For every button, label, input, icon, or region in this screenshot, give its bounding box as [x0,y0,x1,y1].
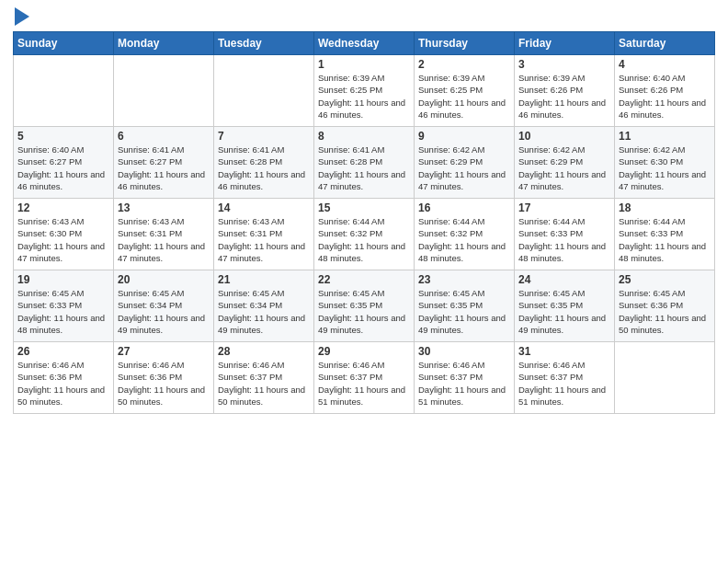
calendar-cell: 28Sunrise: 6:46 AM Sunset: 6:37 PM Dayli… [214,342,314,414]
day-info: Sunrise: 6:45 AM Sunset: 6:35 PM Dayligh… [318,287,410,336]
day-info: Sunrise: 6:43 AM Sunset: 6:30 PM Dayligh… [17,215,109,264]
day-info: Sunrise: 6:45 AM Sunset: 6:35 PM Dayligh… [518,287,610,336]
day-info: Sunrise: 6:42 AM Sunset: 6:30 PM Dayligh… [619,144,711,192]
day-number: 26 [17,345,109,358]
day-info: Sunrise: 6:45 AM Sunset: 6:36 PM Dayligh… [619,287,711,336]
day-info: Sunrise: 6:44 AM Sunset: 6:32 PM Dayligh… [418,215,510,264]
day-info: Sunrise: 6:40 AM Sunset: 6:26 PM Dayligh… [619,72,711,121]
day-info: Sunrise: 6:39 AM Sunset: 6:25 PM Dayligh… [318,72,410,121]
calendar-cell: 22Sunrise: 6:45 AM Sunset: 6:35 PM Dayli… [314,270,415,342]
calendar-day-header: Wednesday [314,32,415,55]
calendar-cell: 3Sunrise: 6:39 AM Sunset: 6:26 PM Daylig… [515,55,615,127]
calendar-cell: 6Sunrise: 6:41 AM Sunset: 6:27 PM Daylig… [114,127,214,199]
calendar-cell: 18Sunrise: 6:44 AM Sunset: 6:33 PM Dayli… [615,199,715,270]
day-number: 4 [619,58,711,71]
day-number: 15 [318,201,410,214]
calendar-cell: 15Sunrise: 6:44 AM Sunset: 6:32 PM Dayli… [314,199,415,270]
day-number: 11 [619,130,711,143]
day-info: Sunrise: 6:41 AM Sunset: 6:27 PM Dayligh… [118,144,210,192]
day-info: Sunrise: 6:42 AM Sunset: 6:29 PM Dayligh… [518,144,610,192]
calendar-day-header: Sunday [14,32,114,55]
calendar-cell: 4Sunrise: 6:40 AM Sunset: 6:26 PM Daylig… [615,55,715,127]
calendar-cell: 25Sunrise: 6:45 AM Sunset: 6:36 PM Dayli… [615,270,715,342]
day-number: 22 [318,273,410,286]
day-info: Sunrise: 6:44 AM Sunset: 6:32 PM Dayligh… [318,215,410,264]
day-info: Sunrise: 6:41 AM Sunset: 6:28 PM Dayligh… [318,144,410,192]
day-info: Sunrise: 6:46 AM Sunset: 6:37 PM Dayligh… [518,359,610,408]
day-info: Sunrise: 6:40 AM Sunset: 6:27 PM Dayligh… [17,144,109,192]
calendar-cell: 20Sunrise: 6:45 AM Sunset: 6:34 PM Dayli… [114,270,214,342]
day-number: 30 [418,345,510,358]
calendar-cell: 1Sunrise: 6:39 AM Sunset: 6:25 PM Daylig… [314,55,415,127]
day-number: 19 [17,273,109,286]
day-number: 24 [518,273,610,286]
logo [13,9,29,26]
day-number: 7 [218,130,310,143]
day-number: 31 [518,345,610,358]
calendar-cell: 21Sunrise: 6:45 AM Sunset: 6:34 PM Dayli… [214,270,314,342]
calendar-cell: 23Sunrise: 6:45 AM Sunset: 6:35 PM Dayli… [415,270,515,342]
day-info: Sunrise: 6:44 AM Sunset: 6:33 PM Dayligh… [619,215,711,264]
calendar-day-header: Thursday [415,32,515,55]
day-number: 12 [17,201,109,214]
day-number: 9 [418,130,510,143]
day-number: 2 [418,58,510,71]
calendar-cell: 30Sunrise: 6:46 AM Sunset: 6:37 PM Dayli… [415,342,515,414]
calendar-cell: 31Sunrise: 6:46 AM Sunset: 6:37 PM Dayli… [515,342,615,414]
calendar-cell: 5Sunrise: 6:40 AM Sunset: 6:27 PM Daylig… [14,127,114,199]
day-number: 1 [318,58,410,71]
calendar-week-row: 19Sunrise: 6:45 AM Sunset: 6:33 PM Dayli… [14,270,715,342]
day-number: 21 [218,273,310,286]
calendar-day-header: Friday [515,32,615,55]
calendar-cell: 26Sunrise: 6:46 AM Sunset: 6:36 PM Dayli… [14,342,114,414]
calendar-day-header: Saturday [615,32,715,55]
calendar-cell [14,55,114,127]
calendar-cell: 16Sunrise: 6:44 AM Sunset: 6:32 PM Dayli… [415,199,515,270]
calendar-week-row: 26Sunrise: 6:46 AM Sunset: 6:36 PM Dayli… [14,342,715,414]
calendar-cell: 27Sunrise: 6:46 AM Sunset: 6:36 PM Dayli… [114,342,214,414]
day-number: 23 [418,273,510,286]
logo-arrow-icon [15,7,29,26]
day-number: 3 [518,58,610,71]
calendar-day-header: Tuesday [214,32,314,55]
calendar-week-row: 1Sunrise: 6:39 AM Sunset: 6:25 PM Daylig… [14,55,715,127]
calendar-cell [114,55,214,127]
day-number: 20 [118,273,210,286]
day-number: 16 [418,201,510,214]
day-number: 27 [118,345,210,358]
day-number: 14 [218,201,310,214]
day-info: Sunrise: 6:46 AM Sunset: 6:37 PM Dayligh… [418,359,510,408]
calendar-cell: 12Sunrise: 6:43 AM Sunset: 6:30 PM Dayli… [14,199,114,270]
day-number: 25 [619,273,711,286]
day-number: 18 [619,201,711,214]
day-number: 8 [318,130,410,143]
calendar-cell: 2Sunrise: 6:39 AM Sunset: 6:25 PM Daylig… [415,55,515,127]
calendar-cell: 29Sunrise: 6:46 AM Sunset: 6:37 PM Dayli… [314,342,415,414]
calendar-cell: 9Sunrise: 6:42 AM Sunset: 6:29 PM Daylig… [415,127,515,199]
day-number: 13 [118,201,210,214]
day-info: Sunrise: 6:39 AM Sunset: 6:26 PM Dayligh… [518,72,610,121]
calendar-cell: 17Sunrise: 6:44 AM Sunset: 6:33 PM Dayli… [515,199,615,270]
calendar-cell: 11Sunrise: 6:42 AM Sunset: 6:30 PM Dayli… [615,127,715,199]
day-number: 29 [318,345,410,358]
day-number: 10 [518,130,610,143]
day-info: Sunrise: 6:45 AM Sunset: 6:33 PM Dayligh… [17,287,109,336]
day-number: 6 [118,130,210,143]
calendar-cell [214,55,314,127]
calendar-cell: 13Sunrise: 6:43 AM Sunset: 6:31 PM Dayli… [114,199,214,270]
day-info: Sunrise: 6:44 AM Sunset: 6:33 PM Dayligh… [518,215,610,264]
day-info: Sunrise: 6:46 AM Sunset: 6:36 PM Dayligh… [17,359,109,408]
calendar-cell: 24Sunrise: 6:45 AM Sunset: 6:35 PM Dayli… [515,270,615,342]
day-info: Sunrise: 6:45 AM Sunset: 6:35 PM Dayligh… [418,287,510,336]
day-number: 17 [518,201,610,214]
day-info: Sunrise: 6:43 AM Sunset: 6:31 PM Dayligh… [218,215,310,264]
day-number: 28 [218,345,310,358]
calendar-week-row: 12Sunrise: 6:43 AM Sunset: 6:30 PM Dayli… [14,199,715,270]
day-info: Sunrise: 6:39 AM Sunset: 6:25 PM Dayligh… [418,72,510,121]
calendar-cell: 8Sunrise: 6:41 AM Sunset: 6:28 PM Daylig… [314,127,415,199]
calendar-header-row: SundayMondayTuesdayWednesdayThursdayFrid… [14,32,715,55]
calendar-day-header: Monday [114,32,214,55]
day-number: 5 [17,130,109,143]
day-info: Sunrise: 6:45 AM Sunset: 6:34 PM Dayligh… [118,287,210,336]
header [13,9,715,26]
